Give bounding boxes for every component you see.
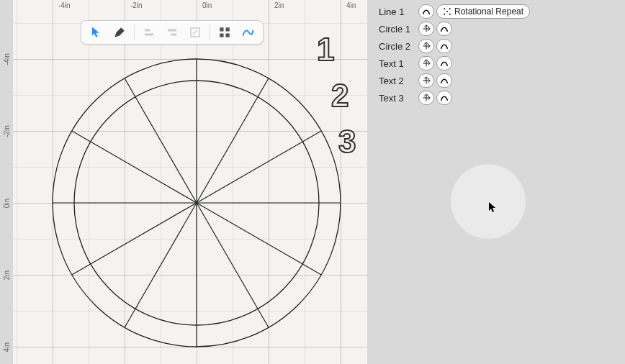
- svg-point-9: [446, 11, 448, 12]
- spoke-line[interactable]: [125, 203, 197, 327]
- svg-rect-1: [145, 34, 153, 36]
- layer-row[interactable]: Line 1Rotational Repeat: [379, 3, 621, 20]
- spoke-line[interactable]: [125, 78, 197, 203]
- stroke-badge[interactable]: [418, 4, 434, 19]
- canvas-text-3[interactable]: 3: [338, 124, 356, 160]
- layer-name-label: Circle 1: [379, 24, 416, 35]
- layer-name-label: Text 2: [379, 76, 416, 86]
- svg-rect-8: [226, 34, 230, 37]
- align-a-button[interactable]: [138, 23, 160, 42]
- layer-name-label: Text 3: [379, 93, 416, 104]
- svg-point-13: [449, 14, 451, 15]
- stroke-badge[interactable]: [436, 22, 452, 36]
- cursor-pointer-icon: [488, 201, 497, 213]
- stroke-badge[interactable]: [436, 73, 452, 88]
- layer-name-label: Text 1: [379, 58, 416, 69]
- spoke-line[interactable]: [197, 131, 321, 203]
- drawing-surface[interactable]: [13, 0, 367, 364]
- stroke-badge[interactable]: [436, 39, 452, 53]
- canvas-text-2[interactable]: 2: [331, 78, 349, 114]
- svg-point-12: [444, 14, 445, 15]
- layer-row[interactable]: Text 1: [379, 55, 621, 72]
- ruler-left-label: 0in: [3, 197, 11, 210]
- select-tool-button[interactable]: [86, 23, 107, 42]
- ruler-left: -4in-2in0in2in4in: [0, 0, 13, 364]
- layer-row[interactable]: Circle 1: [379, 20, 621, 37]
- layer-row[interactable]: Circle 2: [379, 37, 621, 55]
- layer-row[interactable]: Text 2: [379, 72, 621, 89]
- spoke-line[interactable]: [197, 78, 269, 203]
- rotational-repeat-badge[interactable]: Rotational Repeat: [436, 4, 530, 19]
- ruler-left-label: 4in: [3, 341, 11, 354]
- layer-row[interactable]: Text 3: [379, 89, 621, 106]
- ruler-left-label: -2in: [3, 125, 11, 138]
- transform-badge[interactable]: [418, 73, 434, 88]
- ruler-left-label: -4in: [3, 53, 11, 66]
- layer-name-label: Line 1: [379, 6, 416, 17]
- stroke-badge[interactable]: [436, 91, 452, 105]
- transform-badge[interactable]: [418, 91, 434, 105]
- svg-rect-0: [145, 29, 150, 32]
- spoke-line[interactable]: [197, 203, 269, 327]
- svg-rect-5: [220, 27, 223, 31]
- spoke-line[interactable]: [72, 203, 197, 275]
- transform-badge[interactable]: [418, 56, 434, 70]
- svg-point-10: [444, 8, 445, 9]
- rotational-repeat-label: Rotational Repeat: [454, 6, 523, 17]
- spoke-line[interactable]: [197, 203, 321, 275]
- stroke-badge[interactable]: [436, 56, 452, 70]
- align-c-button[interactable]: [184, 23, 206, 42]
- ruler-left-label: 2in: [3, 269, 11, 282]
- toolbar-separator: [134, 25, 135, 40]
- svg-rect-2: [168, 29, 176, 32]
- canvas-text-1[interactable]: 1: [317, 32, 334, 68]
- curve-tool-button[interactable]: [237, 23, 258, 42]
- floating-toolbar: [81, 20, 264, 45]
- svg-rect-3: [171, 34, 177, 36]
- transform-badge[interactable]: [418, 39, 434, 53]
- transform-badge[interactable]: [418, 22, 434, 36]
- canvas-area[interactable]: -4in-2in0in2in4in -4in-2in0in2in4in 123: [0, 0, 374, 364]
- align-b-button[interactable]: [161, 23, 183, 42]
- svg-point-11: [449, 8, 451, 9]
- svg-rect-7: [220, 34, 223, 37]
- svg-rect-6: [226, 27, 230, 31]
- snap-tool-button[interactable]: [214, 23, 235, 42]
- toolbar-separator: [210, 25, 210, 40]
- pen-tool-button[interactable]: [109, 23, 130, 42]
- layer-name-label: Circle 2: [379, 41, 416, 52]
- spoke-line[interactable]: [72, 131, 197, 203]
